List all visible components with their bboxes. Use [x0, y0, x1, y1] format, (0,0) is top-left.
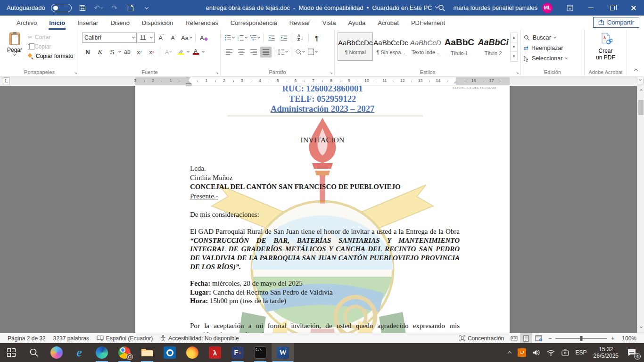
tab-disposicion[interactable]: Disposición: [136, 16, 179, 30]
tab-diseno[interactable]: Diseño: [104, 16, 135, 30]
read-mode-button[interactable]: [508, 333, 520, 344]
underline-chevron-icon[interactable]: [118, 50, 121, 53]
paste-button[interactable]: Pegar: [3, 32, 26, 67]
line-spacing-button[interactable]: [277, 47, 289, 58]
focus-mode-button[interactable]: Concentración: [455, 333, 508, 344]
clock[interactable]: 15:32 26/5/2025: [590, 343, 622, 362]
shading-button[interactable]: [294, 47, 305, 58]
print-layout-button[interactable]: [520, 333, 532, 344]
page-indicator[interactable]: Página 2 de 32: [4, 333, 50, 344]
new-document-icon[interactable]: [125, 3, 136, 13]
create-pdf-button[interactable]: λ Crear un PDF: [587, 32, 624, 61]
font-color-button[interactable]: A: [190, 47, 201, 58]
edge-button[interactable]: [91, 343, 113, 362]
right-indent-marker[interactable]: [454, 81, 458, 83]
minimize-button[interactable]: [580, 0, 602, 16]
document-page[interactable]: RUC: 1260023860001 TELF: 052959122 Admin…: [135, 86, 510, 333]
highlight-button[interactable]: [175, 47, 186, 58]
first-line-indent-marker[interactable]: [186, 77, 191, 80]
subscript-button[interactable]: x2: [134, 47, 145, 58]
tab-ayuda[interactable]: Ayuda: [342, 16, 372, 30]
borders-button[interactable]: [306, 47, 318, 58]
notification-center-button[interactable]: 4: [622, 343, 642, 362]
chrome-button[interactable]: G: [113, 343, 136, 362]
word-count[interactable]: 3237 palabras: [50, 333, 93, 344]
share-button[interactable]: Compartir: [593, 17, 639, 28]
copilot-button[interactable]: [45, 343, 68, 362]
style-heading1[interactable]: AaBbC Título 1: [442, 33, 476, 61]
tab-pdfelement[interactable]: PDFelement: [405, 16, 451, 30]
decrease-indent-button[interactable]: [266, 33, 277, 43]
styles-more-icon[interactable]: ▼: [511, 52, 517, 61]
text-effects-button[interactable]: A: [163, 47, 174, 58]
style-normal[interactable]: AaBbCcDc ¶ Normal: [338, 33, 373, 61]
superscript-button[interactable]: x2: [146, 47, 157, 58]
zoom-slider[interactable]: [555, 338, 607, 339]
ruler-toggle-icon[interactable]: [637, 77, 644, 84]
close-button[interactable]: [623, 0, 644, 16]
strikethrough-button[interactable]: ab: [122, 47, 133, 58]
styles-dialog-launcher[interactable]: ↘: [515, 70, 519, 75]
style-no-spacing[interactable]: AaBbCcDc ¶ Sin espa...: [373, 33, 408, 61]
language-indicator[interactable]: ESP: [572, 343, 590, 362]
bold-button[interactable]: N: [82, 47, 93, 58]
proofing-status[interactable]: Español (Ecuador): [93, 333, 157, 344]
tab-referencias[interactable]: Referencias: [179, 16, 224, 30]
underline-button[interactable]: S: [107, 47, 118, 58]
tab-selector-icon[interactable]: L: [3, 77, 10, 84]
grow-font-button[interactable]: Aˆ: [156, 33, 167, 43]
restore-button[interactable]: [602, 0, 623, 16]
search-icon[interactable]: [437, 3, 447, 13]
terminal-button[interactable]: C:\_: [249, 343, 272, 362]
zoom-in-button[interactable]: +: [611, 333, 618, 344]
show-marks-button[interactable]: ¶: [311, 33, 322, 43]
tray-chevron-icon[interactable]: [505, 343, 514, 362]
tab-inicio[interactable]: Inicio: [43, 16, 71, 30]
styles-scroll-down-icon[interactable]: ▼: [511, 42, 517, 52]
zoom-slider-thumb[interactable]: [580, 336, 583, 341]
redo-icon[interactable]: ↷: [109, 3, 120, 13]
replace-button[interactable]: ⇄ Reemplazar: [524, 43, 581, 53]
volume-icon[interactable]: [529, 343, 544, 362]
cut-button[interactable]: ✂Cortar: [26, 33, 74, 42]
collapse-ribbon-button[interactable]: [635, 66, 637, 74]
tab-vista[interactable]: Vista: [316, 16, 342, 30]
acrobat-button[interactable]: λ: [204, 343, 226, 362]
align-center-button[interactable]: [236, 47, 247, 58]
screen-recorder-tray-icon[interactable]: [558, 343, 572, 362]
autosave-toggle[interactable]: [51, 4, 72, 12]
clear-formatting-button[interactable]: A: [198, 33, 209, 43]
save-icon[interactable]: [77, 3, 88, 13]
tab-revisar[interactable]: Revisar: [283, 16, 316, 30]
vertical-scrollbar[interactable]: [637, 86, 644, 333]
style-indent-text[interactable]: AaBbCcD Texto inde...: [409, 33, 443, 61]
select-button[interactable]: Seleccionar: [524, 53, 581, 64]
user-name[interactable]: maria lourdes peñafiel parrales: [454, 4, 537, 11]
start-button[interactable]: [0, 343, 23, 362]
undo-icon[interactable]: ↶: [93, 3, 104, 13]
copy-button[interactable]: Copiar: [26, 42, 74, 51]
pdfelement-button[interactable]: F≡: [226, 343, 249, 362]
zoom-level[interactable]: 100%: [618, 333, 640, 344]
bullets-button[interactable]: [223, 33, 235, 43]
java-tray-icon[interactable]: [514, 343, 529, 362]
tab-insertar[interactable]: Insertar: [71, 16, 104, 30]
shrink-font-button[interactable]: Aˇ: [168, 33, 179, 43]
styles-scroll-up-icon[interactable]: ▲: [511, 33, 517, 42]
zoom-out-button[interactable]: −: [545, 333, 552, 344]
numbering-button[interactable]: 123: [236, 33, 248, 43]
sort-button[interactable]: AZ↓: [295, 33, 306, 43]
format-painter-button[interactable]: Copiar formato: [26, 51, 74, 61]
taskbar-search-button[interactable]: [23, 343, 45, 362]
scroll-up-icon[interactable]: [637, 87, 644, 94]
font-dialog-launcher[interactable]: ↘: [215, 70, 219, 75]
increase-indent-button[interactable]: [278, 33, 289, 43]
wifi-icon[interactable]: [544, 343, 558, 362]
word-taskbar-button[interactable]: W: [272, 343, 294, 362]
scroll-down-icon[interactable]: [637, 324, 644, 332]
italic-button[interactable]: K: [94, 47, 106, 58]
document-title[interactable]: entrega obra casa de tejas.doc - Modo de…: [206, 4, 438, 11]
internet-explorer-button[interactable]: e: [68, 343, 91, 362]
clipboard-dialog-launcher[interactable]: ↘: [74, 70, 77, 75]
accessibility-status[interactable]: Accesibilidad: No disponible: [157, 333, 242, 344]
